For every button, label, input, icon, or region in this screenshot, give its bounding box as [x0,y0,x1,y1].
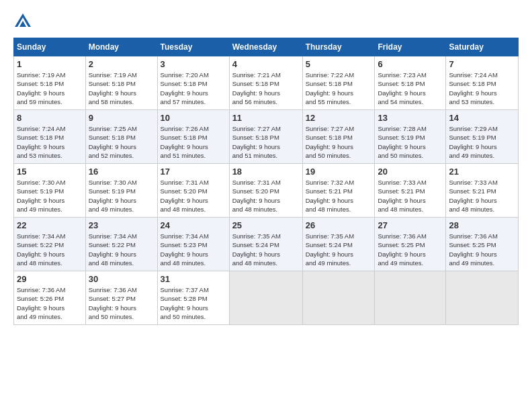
calendar-cell: 19Sunrise: 7:32 AM Sunset: 5:21 PM Dayli… [302,164,375,218]
calendar-cell: 21Sunrise: 7:33 AM Sunset: 5:21 PM Dayli… [446,164,519,218]
day-number: 4 [232,59,300,69]
calendar-week: 22Sunrise: 7:34 AM Sunset: 5:22 PM Dayli… [14,218,519,271]
day-info: Sunrise: 7:34 AM Sunset: 5:23 PM Dayligh… [161,232,226,267]
calendar-cell: 6Sunrise: 7:23 AM Sunset: 5:18 PM Daylig… [375,56,446,110]
day-number: 23 [89,220,154,230]
day-info: Sunrise: 7:32 AM Sunset: 5:21 PM Dayligh… [306,178,372,214]
calendar-cell: 12Sunrise: 7:27 AM Sunset: 5:18 PM Dayli… [302,110,375,164]
calendar-cell: 1Sunrise: 7:19 AM Sunset: 5:18 PM Daylig… [14,56,86,110]
calendar-header: SundayMondayTuesdayWednesdayThursdayFrid… [14,38,519,56]
calendar-cell: 26Sunrise: 7:35 AM Sunset: 5:24 PM Dayli… [302,218,375,271]
weekday-header: Saturday [446,38,519,56]
day-info: Sunrise: 7:37 AM Sunset: 5:28 PM Dayligh… [161,285,226,321]
calendar-cell: 13Sunrise: 7:28 AM Sunset: 5:19 PM Dayli… [375,110,446,164]
day-info: Sunrise: 7:33 AM Sunset: 5:21 PM Dayligh… [378,178,443,214]
day-number: 29 [17,274,83,284]
weekday-header: Thursday [302,38,375,56]
day-info: Sunrise: 7:36 AM Sunset: 5:25 PM Dayligh… [449,232,515,267]
day-info: Sunrise: 7:23 AM Sunset: 5:18 PM Dayligh… [378,71,443,106]
calendar-cell [302,271,375,325]
calendar-cell [229,271,302,325]
day-number: 7 [449,59,515,69]
calendar-cell: 27Sunrise: 7:36 AM Sunset: 5:25 PM Dayli… [375,218,446,271]
calendar-cell: 20Sunrise: 7:33 AM Sunset: 5:21 PM Dayli… [375,164,446,218]
day-number: 1 [17,59,83,69]
day-number: 22 [17,220,83,230]
weekday-header: Tuesday [157,38,229,56]
day-info: Sunrise: 7:28 AM Sunset: 5:19 PM Dayligh… [378,124,443,160]
day-info: Sunrise: 7:24 AM Sunset: 5:18 PM Dayligh… [449,71,515,106]
day-number: 13 [378,113,443,123]
logo [13,12,35,31]
day-info: Sunrise: 7:35 AM Sunset: 5:24 PM Dayligh… [306,232,372,267]
day-number: 12 [306,113,372,123]
day-info: Sunrise: 7:20 AM Sunset: 5:18 PM Dayligh… [161,71,226,106]
calendar-week: 1Sunrise: 7:19 AM Sunset: 5:18 PM Daylig… [14,56,519,110]
calendar-week: 29Sunrise: 7:36 AM Sunset: 5:26 PM Dayli… [14,271,519,325]
day-number: 2 [89,59,154,69]
day-number: 18 [232,167,300,177]
day-info: Sunrise: 7:19 AM Sunset: 5:18 PM Dayligh… [89,71,154,106]
calendar-cell: 14Sunrise: 7:29 AM Sunset: 5:19 PM Dayli… [446,110,519,164]
day-info: Sunrise: 7:25 AM Sunset: 5:18 PM Dayligh… [89,124,154,160]
day-number: 11 [232,113,300,123]
day-info: Sunrise: 7:35 AM Sunset: 5:24 PM Dayligh… [232,232,300,267]
day-info: Sunrise: 7:31 AM Sunset: 5:20 PM Dayligh… [161,178,226,214]
day-number: 3 [161,59,226,69]
calendar-cell: 8Sunrise: 7:24 AM Sunset: 5:18 PM Daylig… [14,110,86,164]
logo-icon [13,12,32,31]
day-info: Sunrise: 7:30 AM Sunset: 5:19 PM Dayligh… [89,178,154,214]
calendar-cell: 22Sunrise: 7:34 AM Sunset: 5:22 PM Dayli… [14,218,86,271]
day-number: 8 [17,113,83,123]
calendar-week: 15Sunrise: 7:30 AM Sunset: 5:19 PM Dayli… [14,164,519,218]
calendar-cell: 15Sunrise: 7:30 AM Sunset: 5:19 PM Dayli… [14,164,86,218]
day-number: 20 [378,167,443,177]
day-number: 21 [449,167,515,177]
calendar-cell: 4Sunrise: 7:21 AM Sunset: 5:18 PM Daylig… [229,56,302,110]
calendar-cell: 24Sunrise: 7:34 AM Sunset: 5:23 PM Dayli… [157,218,229,271]
calendar-cell [446,271,519,325]
day-info: Sunrise: 7:29 AM Sunset: 5:19 PM Dayligh… [449,124,515,160]
calendar-cell: 23Sunrise: 7:34 AM Sunset: 5:22 PM Dayli… [85,218,157,271]
day-number: 14 [449,113,515,123]
calendar-cell: 9Sunrise: 7:25 AM Sunset: 5:18 PM Daylig… [85,110,157,164]
day-number: 24 [161,220,226,230]
weekday-header: Monday [85,38,157,56]
day-info: Sunrise: 7:27 AM Sunset: 5:18 PM Dayligh… [306,124,372,160]
calendar-cell: 31Sunrise: 7:37 AM Sunset: 5:28 PM Dayli… [157,271,229,325]
weekday-header: Wednesday [229,38,302,56]
calendar-cell: 2Sunrise: 7:19 AM Sunset: 5:18 PM Daylig… [85,56,157,110]
calendar-cell: 17Sunrise: 7:31 AM Sunset: 5:20 PM Dayli… [157,164,229,218]
day-info: Sunrise: 7:33 AM Sunset: 5:21 PM Dayligh… [449,178,515,214]
weekday-header: Sunday [14,38,86,56]
day-info: Sunrise: 7:21 AM Sunset: 5:18 PM Dayligh… [232,71,300,106]
weekday-header: Friday [375,38,446,56]
calendar-cell: 29Sunrise: 7:36 AM Sunset: 5:26 PM Dayli… [14,271,86,325]
day-info: Sunrise: 7:36 AM Sunset: 5:27 PM Dayligh… [89,285,154,321]
day-info: Sunrise: 7:34 AM Sunset: 5:22 PM Dayligh… [17,232,83,267]
day-number: 26 [306,220,372,230]
header [13,12,519,31]
day-info: Sunrise: 7:27 AM Sunset: 5:18 PM Dayligh… [232,124,300,160]
calendar-cell: 10Sunrise: 7:26 AM Sunset: 5:18 PM Dayli… [157,110,229,164]
day-info: Sunrise: 7:22 AM Sunset: 5:18 PM Dayligh… [306,71,372,106]
day-info: Sunrise: 7:30 AM Sunset: 5:19 PM Dayligh… [17,178,83,214]
calendar-cell: 16Sunrise: 7:30 AM Sunset: 5:19 PM Dayli… [85,164,157,218]
day-info: Sunrise: 7:34 AM Sunset: 5:22 PM Dayligh… [89,232,154,267]
calendar: SundayMondayTuesdayWednesdayThursdayFrid… [13,38,519,325]
calendar-cell: 18Sunrise: 7:31 AM Sunset: 5:20 PM Dayli… [229,164,302,218]
calendar-cell: 28Sunrise: 7:36 AM Sunset: 5:25 PM Dayli… [446,218,519,271]
day-number: 16 [89,167,154,177]
day-number: 6 [378,59,443,69]
day-info: Sunrise: 7:36 AM Sunset: 5:26 PM Dayligh… [17,285,83,321]
day-info: Sunrise: 7:19 AM Sunset: 5:18 PM Dayligh… [17,71,83,106]
day-number: 28 [449,220,515,230]
calendar-cell: 25Sunrise: 7:35 AM Sunset: 5:24 PM Dayli… [229,218,302,271]
day-number: 9 [89,113,154,123]
calendar-cell: 3Sunrise: 7:20 AM Sunset: 5:18 PM Daylig… [157,56,229,110]
day-number: 27 [378,220,443,230]
day-number: 19 [306,167,372,177]
day-info: Sunrise: 7:24 AM Sunset: 5:18 PM Dayligh… [17,124,83,160]
day-number: 15 [17,167,83,177]
calendar-cell: 30Sunrise: 7:36 AM Sunset: 5:27 PM Dayli… [85,271,157,325]
